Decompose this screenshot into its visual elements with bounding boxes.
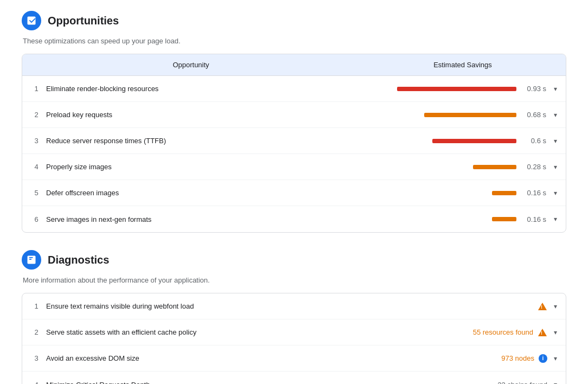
savings-bar — [432, 139, 516, 143]
warning-icon — [538, 302, 547, 311]
savings-value: 0.68 s — [522, 111, 546, 119]
table-row[interactable]: 4 Properly size images 0.28 s ▾ — [22, 154, 566, 180]
row-savings: 0.16 s ▾ — [360, 209, 566, 230]
row-label: Eliminate render-blocking resources — [42, 78, 360, 99]
row-savings: 0.68 s ▾ — [360, 104, 566, 125]
table-row[interactable]: 4 Minimize Critical Requests Depth 23 ch… — [22, 372, 566, 384]
table-row[interactable]: 2 Serve static assets with an efficient … — [22, 319, 566, 345]
opportunities-desc: These optimizations can speed up your pa… — [23, 37, 566, 45]
diagnostics-header: Diagnostics — [22, 250, 566, 270]
savings-value: 0.93 s — [522, 85, 546, 93]
row-label: Defer offscreen images — [42, 182, 360, 203]
diagnostics-table: 1 Ensure text remains visible during web… — [22, 293, 566, 384]
diagnostics-icon — [22, 250, 41, 270]
bar-container — [424, 113, 516, 117]
opportunities-table: Opportunity Estimated Savings 1 Eliminat… — [22, 54, 566, 233]
savings-bar — [397, 87, 516, 91]
row-label: Reduce server response times (TTFB) — [42, 130, 360, 151]
diagnostics-desc: More information about the performance o… — [23, 276, 566, 284]
diag-right: 973 nodes i ▾ — [360, 348, 566, 369]
chevron-down-icon[interactable]: ▾ — [554, 189, 557, 197]
row-label: Avoid an excessive DOM size — [42, 348, 360, 369]
table-row[interactable]: 1 Ensure text remains visible during web… — [22, 293, 566, 319]
row-label: Properly size images — [42, 156, 360, 177]
savings-value: 0.28 s — [522, 163, 546, 171]
savings-bar — [424, 113, 516, 117]
chevron-down-icon[interactable]: ▾ — [554, 215, 557, 223]
table-row[interactable]: 3 Avoid an excessive DOM size 973 nodes … — [22, 345, 566, 372]
chevron-down-icon[interactable]: ▾ — [554, 137, 557, 145]
row-savings: 0.16 s ▾ — [360, 182, 566, 203]
chevron-down-icon[interactable]: ▾ — [554, 355, 557, 362]
savings-bar — [473, 165, 516, 169]
row-savings: 0.6 s ▾ — [360, 130, 566, 151]
chevron-down-icon[interactable]: ▾ — [554, 111, 557, 119]
warning-icon — [538, 328, 547, 337]
diag-right: 23 chains found ▾ — [360, 374, 566, 385]
savings-value: 0.6 s — [522, 137, 546, 145]
table-row[interactable]: 2 Preload key requests 0.68 s ▾ — [22, 102, 566, 128]
savings-value: 0.16 s — [522, 189, 546, 197]
row-number: 1 — [22, 302, 42, 310]
chevron-down-icon[interactable]: ▾ — [554, 163, 557, 171]
row-number: 2 — [22, 328, 42, 336]
opportunities-section: Opportunities These optimizations can sp… — [22, 11, 566, 233]
bar-container — [397, 87, 516, 91]
opportunities-header: Opportunities — [22, 11, 566, 30]
table-row[interactable]: 5 Defer offscreen images 0.16 s ▾ — [22, 180, 566, 206]
opportunities-title: Opportunities — [48, 15, 119, 27]
row-label: Serve images in next-gen formats — [42, 209, 360, 230]
row-number: 4 — [22, 163, 42, 171]
row-savings: 0.28 s ▾ — [360, 156, 566, 177]
diag-right: ▾ — [360, 295, 566, 318]
opportunities-icon — [22, 11, 41, 30]
row-number: 3 — [22, 354, 42, 362]
diagnostics-rows: 1 Ensure text remains visible during web… — [22, 293, 566, 384]
bar-container — [492, 191, 516, 195]
bar-container — [432, 139, 516, 143]
diagnostics-title: Diagnostics — [48, 254, 109, 266]
row-number: 2 — [22, 111, 42, 119]
row-number: 1 — [22, 85, 42, 93]
row-number: 6 — [22, 215, 42, 223]
diagnostics-section: Diagnostics More information about the p… — [22, 250, 566, 384]
table-row[interactable]: 3 Reduce server response times (TTFB) 0.… — [22, 128, 566, 154]
row-savings: 0.93 s ▾ — [360, 78, 566, 99]
chevron-down-icon[interactable]: ▾ — [554, 381, 557, 384]
row-label: Minimize Critical Requests Depth — [42, 374, 360, 385]
table-row[interactable]: 1 Eliminate render-blocking resources 0.… — [22, 76, 566, 102]
bar-container — [473, 165, 516, 169]
savings-bar — [492, 217, 516, 221]
row-number: 4 — [22, 381, 42, 385]
chevron-down-icon[interactable]: ▾ — [554, 85, 557, 93]
opportunities-rows: 1 Eliminate render-blocking resources 0.… — [22, 76, 566, 232]
chevron-down-icon[interactable]: ▾ — [554, 329, 557, 336]
diag-right: 55 resources found ▾ — [360, 321, 566, 344]
row-label: Ensure text remains visible during webfo… — [42, 296, 360, 317]
info-icon: i — [539, 354, 547, 363]
table-header: Opportunity Estimated Savings — [22, 54, 566, 76]
row-number: 5 — [22, 189, 42, 197]
bar-container — [492, 217, 516, 221]
col-savings-header: Estimated Savings — [360, 54, 566, 75]
diag-value: 55 resources found — [473, 328, 533, 336]
diag-value: 23 chains found — [497, 381, 547, 385]
diag-value: 973 nodes — [501, 354, 534, 362]
table-row[interactable]: 6 Serve images in next-gen formats 0.16 … — [22, 206, 566, 232]
row-label: Serve static assets with an efficient ca… — [42, 322, 360, 343]
savings-bar — [492, 191, 516, 195]
row-number: 3 — [22, 137, 42, 145]
savings-value: 0.16 s — [522, 215, 546, 223]
col-opportunity-header: Opportunity — [22, 54, 360, 75]
row-label: Preload key requests — [42, 104, 360, 125]
chevron-down-icon[interactable]: ▾ — [554, 303, 557, 310]
